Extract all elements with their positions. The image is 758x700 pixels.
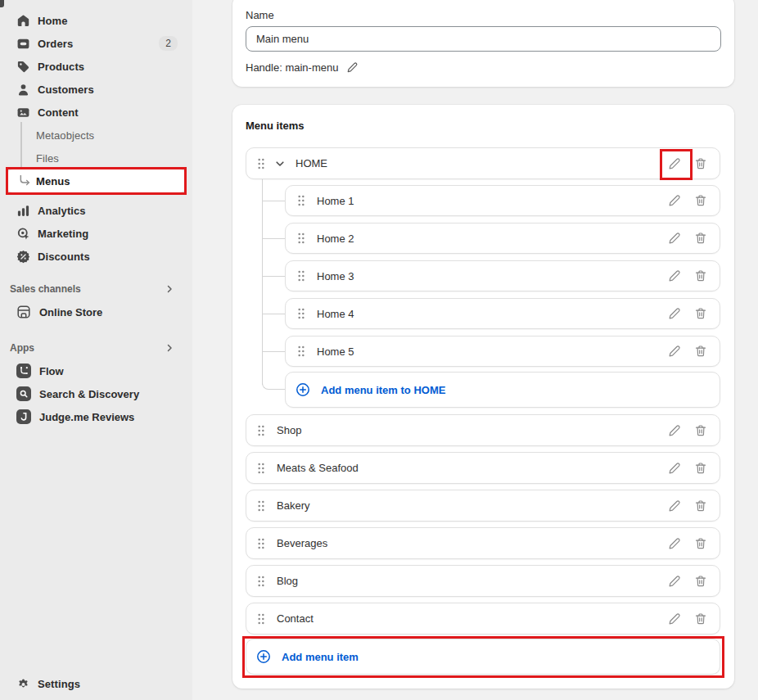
menu-items-title: Menu items — [246, 120, 305, 132]
add-menu-item-to-home-button[interactable]: Add menu item to HOME — [285, 372, 720, 408]
menu-name-card: Name Handle: main-menu — [232, 0, 734, 87]
drag-handle-icon[interactable] — [297, 345, 307, 358]
edit-button[interactable] — [665, 191, 684, 210]
sidebar-item-label: Products — [38, 61, 84, 73]
sidebar-item-label: Online Store — [39, 306, 102, 318]
products-tag-icon — [15, 58, 31, 75]
drag-handle-icon[interactable] — [257, 537, 267, 550]
edit-button[interactable] — [665, 534, 684, 553]
sidebar-item-home[interactable]: Home — [7, 9, 186, 32]
edit-button[interactable] — [665, 458, 684, 478]
chevron-right-icon — [165, 284, 174, 294]
sidebar-item-products[interactable]: Products — [7, 55, 186, 78]
sidebar-item-analytics[interactable]: Analytics — [7, 199, 186, 222]
menu-item-label: Bakery — [277, 499, 309, 512]
sidebar-item-search-discovery[interactable]: Search & Discovery — [7, 382, 186, 405]
sidebar-item-content[interactable]: Content — [7, 101, 186, 124]
delete-button[interactable] — [691, 191, 711, 210]
flow-app-icon — [16, 364, 31, 378]
tree-connector-vertical — [262, 179, 263, 385]
edit-handle-icon[interactable] — [346, 61, 359, 74]
subitem-arrow-icon — [18, 174, 31, 187]
sales-channels-header[interactable]: Sales channels — [10, 279, 186, 299]
sidebar-item-label: Judge.me Reviews — [39, 411, 134, 423]
sidebar-item-label: Metaobjects — [36, 129, 94, 142]
menu-item-row-home-2[interactable]: Home 2 — [285, 223, 720, 254]
delete-button[interactable] — [691, 304, 711, 323]
apps-label: Apps — [10, 342, 34, 354]
menu-item-row-home-1[interactable]: Home 1 — [285, 185, 720, 216]
delete-button[interactable] — [691, 571, 711, 591]
drag-handle-icon[interactable] — [257, 499, 267, 513]
drag-handle-icon[interactable] — [257, 462, 267, 475]
tree-connector — [262, 314, 285, 314]
sidebar-item-judgeme-reviews[interactable]: Judge.me Reviews — [7, 405, 186, 428]
menu-item-label: Contact — [277, 612, 314, 625]
sidebar-item-label: Discounts — [38, 251, 90, 263]
sidebar-item-label: Orders — [38, 38, 73, 50]
sidebar-item-discounts[interactable]: Discounts — [7, 245, 186, 268]
delete-button[interactable] — [691, 458, 711, 478]
sidebar-item-label: Analytics — [38, 205, 86, 217]
sidebar-item-menus[interactable]: Menus — [7, 169, 186, 192]
drag-handle-icon[interactable] — [297, 307, 307, 320]
edit-button[interactable] — [665, 609, 684, 629]
drag-handle-icon[interactable] — [257, 612, 267, 625]
edit-button[interactable] — [665, 266, 684, 286]
delete-button[interactable] — [691, 228, 711, 248]
apps-header[interactable]: Apps — [10, 338, 186, 358]
menu-item-row-beverages[interactable]: Beverages — [246, 527, 720, 559]
sidebar-item-label: Home — [38, 15, 68, 27]
delete-button[interactable] — [691, 421, 711, 440]
sidebar-item-files[interactable]: Files — [7, 147, 186, 169]
menu-item-row-blog[interactable]: Blog — [246, 565, 720, 597]
menu-items-card: Menu items HOME Home 1 Home 2 — [232, 105, 734, 689]
sidebar-item-label: Files — [36, 152, 59, 165]
edit-button[interactable] — [665, 571, 684, 591]
delete-button[interactable] — [691, 266, 711, 286]
menu-item-row-home-4[interactable]: Home 4 — [285, 298, 720, 329]
plus-circle-icon — [296, 382, 310, 397]
menu-item-row-bakery[interactable]: Bakery — [246, 490, 720, 522]
delete-button[interactable] — [691, 609, 711, 629]
edit-button[interactable] — [665, 341, 684, 361]
sidebar-item-customers[interactable]: Customers — [7, 78, 186, 101]
delete-button[interactable] — [691, 341, 711, 361]
drag-handle-icon[interactable] — [297, 194, 307, 207]
menu-item-row-home-3[interactable]: Home 3 — [285, 260, 720, 291]
menu-name-input[interactable] — [246, 26, 721, 52]
drag-handle-icon[interactable] — [257, 424, 267, 437]
edit-button[interactable] — [665, 496, 684, 516]
menu-item-label: Meats & Seafood — [277, 462, 359, 474]
drag-handle-icon[interactable] — [257, 157, 267, 170]
edit-button[interactable] — [665, 154, 684, 174]
drag-handle-icon[interactable] — [297, 232, 307, 245]
delete-button[interactable] — [691, 496, 711, 516]
add-menu-item-button[interactable]: Add menu item — [246, 639, 720, 675]
menu-item-label: Home 3 — [317, 270, 354, 282]
drag-handle-icon[interactable] — [297, 269, 307, 282]
sidebar-item-settings[interactable]: Settings — [7, 672, 186, 695]
sidebar-item-marketing[interactable]: Marketing — [7, 222, 186, 245]
search-discovery-app-icon — [16, 386, 31, 401]
edit-button[interactable] — [665, 304, 684, 323]
sidebar-item-online-store[interactable]: Online Store — [7, 300, 186, 323]
screen-edge-artifact — [0, 0, 4, 7]
sidebar-item-flow[interactable]: Flow — [7, 359, 186, 382]
drag-handle-icon[interactable] — [257, 575, 267, 588]
delete-button[interactable] — [691, 534, 711, 553]
edit-button[interactable] — [665, 421, 684, 440]
sidebar-item-orders[interactable]: Orders 2 — [7, 32, 186, 55]
menu-item-row-meats-seafood[interactable]: Meats & Seafood — [246, 452, 720, 484]
delete-button[interactable] — [691, 154, 711, 174]
menu-item-row-home[interactable]: HOME — [246, 147, 720, 179]
edit-button[interactable] — [665, 228, 684, 248]
sidebar-item-label: Settings — [38, 678, 80, 690]
menu-item-row-shop[interactable]: Shop — [246, 414, 720, 446]
sidebar-item-metaobjects[interactable]: Metaobjects — [7, 124, 186, 147]
menu-item-row-contact[interactable]: Contact — [246, 603, 720, 635]
menu-item-label: HOME — [296, 157, 327, 169]
menu-item-row-home-5[interactable]: Home 5 — [285, 336, 720, 367]
chevron-down-icon[interactable] — [274, 158, 286, 169]
menu-item-label: Beverages — [277, 537, 327, 549]
